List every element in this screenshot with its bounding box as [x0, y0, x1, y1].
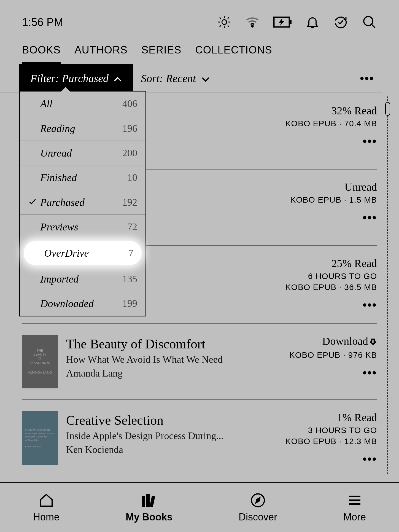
- brightness-icon[interactable]: [217, 15, 231, 29]
- scroll-thumb[interactable]: [385, 102, 390, 116]
- nav-label: More: [343, 511, 366, 523]
- book-status: 32% Read: [278, 104, 377, 117]
- svg-line-7: [220, 25, 221, 27]
- tab-authors[interactable]: AUTHORS: [74, 44, 128, 64]
- menu-icon: [347, 492, 362, 509]
- scroll-track: [387, 96, 388, 474]
- home-icon: [39, 492, 54, 509]
- book-format: KOBO EPUB · 36.5 MB: [278, 283, 377, 292]
- svg-line-8: [228, 17, 229, 19]
- notification-bell-icon[interactable]: [305, 15, 320, 29]
- nav-label: Discover: [239, 511, 277, 523]
- book-more-button[interactable]: •••: [278, 211, 377, 225]
- list-item[interactable]: Creative SelectionInside Apple's Design …: [22, 400, 377, 477]
- book-time: 3 HOURS TO GO: [278, 426, 377, 435]
- sort-label: Sort: Recent: [141, 72, 196, 85]
- svg-marker-12: [279, 18, 284, 26]
- book-format: KOBO EPUB · 12.3 MB: [278, 437, 377, 446]
- compass-icon: [250, 492, 266, 509]
- filter-option-label: Downloaded: [40, 297, 122, 310]
- book-more-button[interactable]: •••: [278, 298, 377, 312]
- book-status: 1% Read: [278, 411, 377, 424]
- filter-option-count: 10: [127, 172, 137, 183]
- book-author: Amanda Lang: [66, 367, 269, 379]
- book-download-button[interactable]: Download: [278, 335, 377, 349]
- list-item[interactable]: THEBEAUTYOFDiscomfortAMANDA LANG The Bea…: [22, 324, 377, 400]
- nav-my-books[interactable]: My Books: [126, 492, 172, 523]
- nav-label: My Books: [126, 511, 172, 523]
- search-icon[interactable]: [362, 14, 377, 30]
- toolbar-more-button[interactable]: •••: [360, 71, 382, 85]
- tab-series[interactable]: SERIES: [141, 44, 181, 64]
- book-more-button[interactable]: •••: [278, 366, 377, 380]
- filter-option-unread[interactable]: Unread200: [20, 141, 145, 165]
- filter-button[interactable]: Filter: Purchased: [19, 64, 133, 93]
- book-format: KOBO EPUB · 976 KB: [278, 350, 377, 360]
- filter-option-label: Unread: [40, 147, 122, 159]
- svg-rect-17: [150, 496, 155, 507]
- sort-button[interactable]: Sort: Recent: [133, 64, 218, 93]
- filter-option-count: 199: [122, 298, 137, 309]
- book-title: Creative Selection: [66, 413, 269, 428]
- nav-home[interactable]: Home: [33, 492, 60, 523]
- filter-option-label: OverDrive: [44, 247, 128, 259]
- filter-option-label: Finished: [40, 171, 127, 184]
- svg-point-0: [222, 20, 227, 24]
- nav-label: Home: [33, 511, 60, 523]
- nav-discover[interactable]: Discover: [239, 492, 277, 523]
- filter-option-downloaded[interactable]: Downloaded199: [20, 291, 145, 316]
- svg-line-3: [220, 17, 221, 19]
- filter-option-overdrive[interactable]: OverDrive7: [24, 241, 142, 265]
- library-tabs: BOOKS AUTHORS SERIES COLLECTIONS: [0, 39, 399, 64]
- filter-option-finished[interactable]: Finished10: [20, 165, 145, 190]
- book-cover: THEBEAUTYOFDiscomfortAMANDA LANG: [22, 335, 58, 388]
- filter-option-count: 135: [122, 273, 137, 285]
- book-format: KOBO EPUB · 1.5 MB: [278, 195, 377, 205]
- svg-line-14: [371, 24, 375, 28]
- nav-more[interactable]: More: [343, 492, 366, 523]
- book-more-button[interactable]: •••: [278, 134, 377, 148]
- filter-option-imported[interactable]: Imported135: [20, 267, 145, 291]
- svg-line-4: [228, 25, 229, 27]
- filter-option-purchased[interactable]: Purchased192: [20, 190, 145, 215]
- book-status: 25% Read: [278, 257, 377, 270]
- status-icons: [217, 14, 377, 30]
- filter-option-previews[interactable]: Previews72: [20, 215, 145, 239]
- filter-option-count: 196: [122, 123, 137, 134]
- svg-point-9: [252, 26, 253, 27]
- bottom-nav: Home My Books Discover More: [0, 482, 399, 532]
- svg-point-13: [364, 17, 373, 26]
- filter-label: Filter: Purchased: [30, 72, 109, 85]
- filter-option-count: 7: [128, 247, 133, 259]
- status-bar: 1:56 PM: [0, 0, 399, 39]
- download-icon: [369, 336, 377, 349]
- svg-rect-15: [142, 496, 145, 507]
- wifi-icon[interactable]: [245, 15, 260, 29]
- book-status: Unread: [278, 181, 377, 194]
- book-cover: Creative SelectionInside Apple's Design …: [22, 411, 58, 465]
- filter-option-label: All: [40, 98, 122, 110]
- dropdown-arrow: [61, 87, 70, 92]
- filter-option-count: 192: [122, 197, 137, 208]
- check-icon: [28, 196, 40, 208]
- filter-option-label: Imported: [40, 273, 122, 285]
- tab-collections[interactable]: COLLECTIONS: [195, 44, 272, 64]
- book-time: 6 HOURS TO GO: [278, 272, 377, 281]
- tab-books[interactable]: BOOKS: [22, 44, 61, 64]
- filter-option-count: 406: [122, 98, 137, 109]
- filter-option-reading[interactable]: Reading196: [20, 116, 145, 141]
- chevron-up-icon: [114, 72, 122, 85]
- filter-option-label: Purchased: [40, 196, 122, 208]
- status-time: 1:56 PM: [22, 16, 63, 28]
- sync-icon[interactable]: [333, 15, 348, 29]
- book-title: The Beauty of Discomfort: [66, 336, 269, 351]
- books-icon: [141, 492, 157, 509]
- filter-option-all[interactable]: All406: [20, 92, 145, 116]
- book-format: KOBO EPUB · 70.4 MB: [278, 119, 377, 128]
- filter-option-label: Reading: [40, 122, 122, 135]
- svg-rect-16: [146, 494, 150, 507]
- battery-charging-icon[interactable]: [273, 17, 292, 28]
- svg-marker-19: [256, 498, 260, 503]
- filter-dropdown: All406Reading196Unread200Finished10Purch…: [19, 91, 146, 316]
- book-more-button[interactable]: •••: [278, 452, 377, 466]
